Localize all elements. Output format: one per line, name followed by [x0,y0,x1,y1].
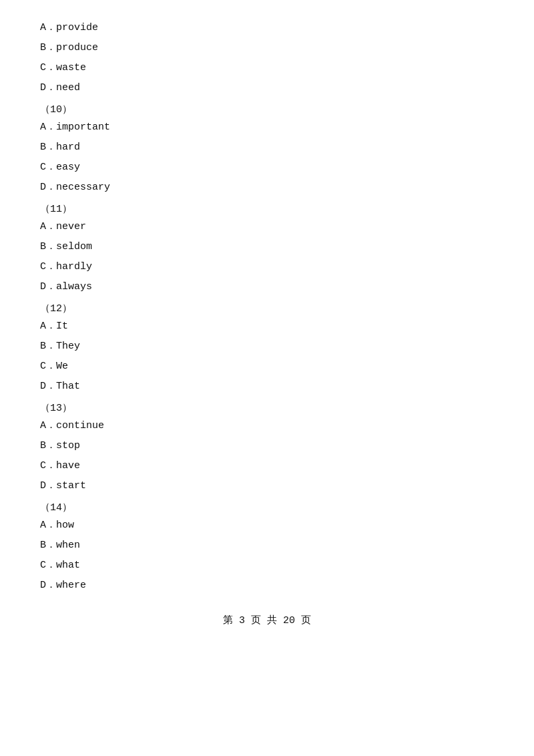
question-group-9: A．provide B．produce C．waste D．need [40,20,494,96]
option-14a: A．how [40,518,494,534]
option-10b: B．hard [40,140,494,156]
option-9b: B．produce [40,40,494,56]
question-group-12: （12） A．It B．They C．We D．That [40,302,494,395]
option-11d: D．always [40,279,494,295]
option-11c: C．hardly [40,259,494,275]
page-number-text: 第 3 页 共 20 页 [223,615,311,626]
question-number-12: （12） [40,302,494,315]
question-number-13: （13） [40,401,494,414]
question-group-14: （14） A．how B．when C．what D．where [40,501,494,594]
option-10c: C．easy [40,160,494,176]
question-group-10: （10） A．important B．hard C．easy D．necessa… [40,103,494,196]
option-11b: B．seldom [40,239,494,255]
option-9c: C．waste [40,60,494,76]
option-9a: A．provide [40,20,494,36]
option-14d: D．where [40,578,494,594]
option-13a: A．continue [40,418,494,434]
option-14b: B．when [40,538,494,554]
option-14c: C．what [40,558,494,574]
exam-content: A．provide B．produce C．waste D．need （10） … [40,20,494,594]
option-12a: A．It [40,319,494,335]
option-12b: B．They [40,339,494,355]
option-13c: C．have [40,458,494,474]
page-footer: 第 3 页 共 20 页 [40,614,494,626]
option-12c: C．We [40,359,494,375]
option-10a: A．important [40,120,494,136]
option-10d: D．necessary [40,180,494,196]
option-12d: D．That [40,379,494,395]
question-group-13: （13） A．continue B．stop C．have D．start [40,401,494,494]
question-group-11: （11） A．never B．seldom C．hardly D．always [40,202,494,295]
option-13d: D．start [40,478,494,494]
question-number-14: （14） [40,501,494,514]
option-9d: D．need [40,80,494,96]
option-11a: A．never [40,219,494,235]
question-number-11: （11） [40,202,494,215]
question-number-10: （10） [40,103,494,116]
option-13b: B．stop [40,438,494,454]
